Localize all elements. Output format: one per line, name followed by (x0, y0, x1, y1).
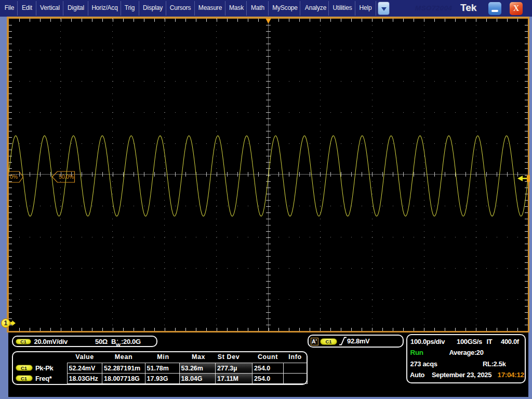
svg-text:0%: 0% (10, 174, 18, 180)
svg-text:50.0%: 50.0% (59, 174, 74, 180)
